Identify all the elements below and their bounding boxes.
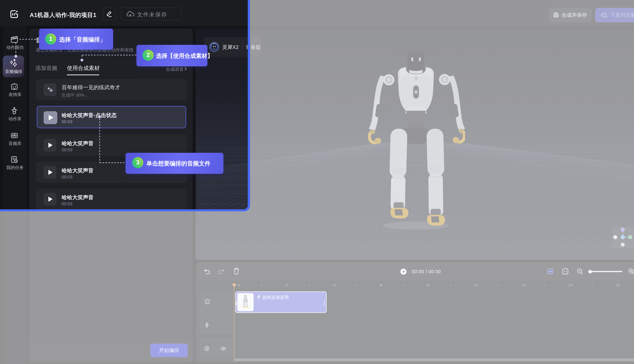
- svg-text:Y: Y: [622, 236, 623, 239]
- svg-text:Z: Z: [622, 228, 623, 231]
- svg-text:X: X: [629, 236, 631, 239]
